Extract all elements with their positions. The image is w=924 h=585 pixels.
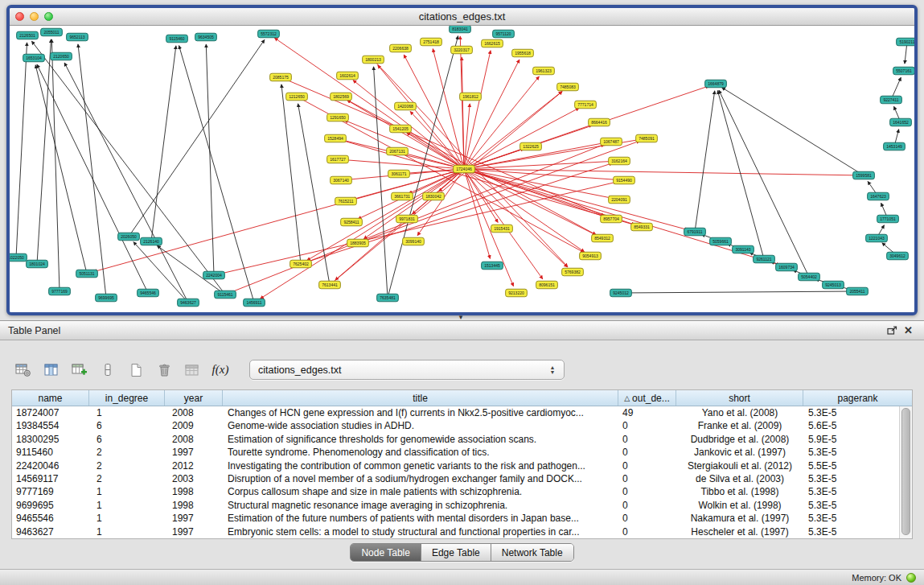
network-node[interactable]: 1541205 (390, 125, 412, 133)
network-node[interactable]: 9054913 (580, 252, 602, 260)
network-node[interactable]: 1609734 (776, 263, 798, 271)
network-node[interactable]: 9465546 (138, 289, 159, 297)
column-header-out-degree[interactable]: △ out_de... (618, 390, 676, 406)
network-node[interactable]: 1420068 (395, 102, 417, 110)
network-node[interactable]: 9154490 (614, 176, 635, 184)
network-node[interactable]: 8549312 (592, 234, 614, 242)
network-node[interactable]: 7625402 (290, 260, 312, 268)
network-node[interactable]: 2067131 (387, 147, 409, 155)
network-node[interactable]: 1830042 (423, 192, 445, 200)
network-node[interactable]: 1647623 (868, 192, 889, 200)
column-header-name[interactable]: name (12, 390, 89, 406)
network-node[interactable]: 9699695 (96, 294, 117, 302)
network-node[interactable]: 2126501 (17, 31, 39, 39)
table-row[interactable]: 9465546 1 1997 Estimation of the future … (12, 512, 912, 525)
network-node[interactable]: 9245012 (610, 289, 632, 297)
close-button[interactable] (15, 12, 24, 21)
network-node[interactable]: 1801024 (27, 260, 48, 268)
network-node[interactable]: 5507161 (893, 67, 914, 75)
network-node[interactable]: 3220317 (451, 46, 473, 54)
column-header-year[interactable]: year (165, 390, 223, 406)
network-node[interactable]: 8183041 (450, 26, 471, 33)
network-node[interactable]: 1662615 (482, 39, 503, 47)
network-node[interactable]: 3661731 (392, 192, 413, 200)
network-node[interactable]: 3099140 (403, 237, 425, 245)
table-scrollbar[interactable] (899, 406, 912, 538)
network-node[interactable]: 5051131 (76, 270, 98, 278)
table-row[interactable]: 9777169 1 1998 Corpus callosum shape and… (12, 485, 912, 498)
network-node[interactable]: 2751418 (421, 38, 442, 46)
network-node[interactable]: 1771051 (877, 215, 899, 223)
show-columns-button[interactable] (41, 360, 62, 380)
create-column-button[interactable] (69, 360, 90, 380)
network-node[interactable]: 7485083 (557, 83, 579, 91)
network-node[interactable]: 2055011 (41, 28, 63, 36)
network-node[interactable]: 1802569 (331, 93, 352, 101)
network-node[interactable]: 1067487 (601, 138, 622, 146)
network-node[interactable]: 1322625 (520, 142, 542, 150)
network-node[interactable]: 1800213 (363, 56, 384, 64)
table-row[interactable]: 9699695 1 1998 Structural magnetic reson… (12, 499, 912, 512)
close-panel-button[interactable]: ✕ (901, 325, 916, 336)
network-node[interactable]: 3162164 (609, 157, 630, 165)
network-node[interactable]: 8549331 (631, 223, 653, 231)
network-node[interactable]: 1653104 (23, 54, 45, 62)
network-node[interactable]: 7615211 (335, 197, 357, 205)
network-node[interactable]: 1291650 (327, 113, 349, 122)
network-canvas[interactable]: 1724046160261418025691291650152849416177… (10, 26, 914, 312)
network-node[interactable]: 2085175 (270, 73, 292, 81)
network-node[interactable]: 1602614 (337, 72, 359, 80)
network-node[interactable]: 1617727 (327, 155, 349, 163)
network-node[interactable]: 1212650 (286, 93, 308, 101)
network-node[interactable]: 5059661 (710, 237, 732, 245)
network-node[interactable]: 9258411 (341, 218, 363, 226)
network-node[interactable]: 1513445 (482, 262, 503, 270)
network-node[interactable]: 1022050 (10, 253, 27, 262)
network-node[interactable]: 2120650 (51, 52, 72, 60)
network-node[interactable]: 9634505 (195, 33, 217, 41)
network-node[interactable]: 2242004 (203, 271, 225, 279)
network-node[interactable]: 1453149 (884, 142, 906, 150)
network-window-titlebar[interactable]: citations_edges.txt (10, 8, 914, 26)
network-node[interactable]: 3091143 (733, 245, 754, 253)
new-file-button[interactable] (125, 360, 146, 380)
network-node[interactable]: 7613441 (319, 281, 341, 289)
network-node[interactable]: 3061171 (388, 170, 410, 178)
network-node[interactable]: 9261121 (754, 255, 775, 263)
table-selector[interactable]: citations_edges.txt ▲▼ (249, 360, 565, 380)
network-node[interactable]: 1955618 (512, 49, 534, 57)
network-node[interactable]: 1724046 (454, 165, 475, 173)
network-node[interactable]: 9571120 (493, 30, 515, 38)
table-row[interactable]: 18300295 6 2008 Estimation of significan… (12, 433, 912, 446)
network-node[interactable]: 9777169 (49, 287, 71, 295)
column-header-in-degree[interactable]: in_degree (89, 390, 165, 406)
delete-table-button[interactable] (154, 360, 175, 380)
network-node[interactable]: 2206638 (390, 44, 412, 52)
table-row[interactable]: 18724007 1 2008 Changes of HCN gene expr… (12, 406, 912, 419)
zoom-button[interactable] (44, 12, 53, 21)
table-row[interactable]: 9115460 2 1997 Tourette syndrome. Phenom… (12, 446, 912, 459)
network-node[interactable]: 2026050 (118, 233, 140, 241)
network-node[interactable]: 9115461 (215, 290, 236, 299)
network-node[interactable]: 2126140 (141, 237, 162, 245)
memory-status-indicator[interactable] (906, 573, 916, 583)
table-options-button[interactable] (13, 360, 34, 380)
network-node[interactable]: 1528494 (325, 134, 347, 142)
float-panel-button[interactable] (884, 326, 901, 335)
network-node[interactable]: 3067140 (331, 176, 352, 184)
network-node[interactable]: 1221043 (866, 234, 888, 242)
tab-node-table[interactable]: Node Table (351, 544, 421, 561)
table-row[interactable]: 19384554 6 2009 Genome-wide association … (12, 419, 912, 432)
network-node[interactable]: 5190211 (897, 38, 914, 46)
scrollbar-thumb[interactable] (901, 408, 910, 535)
function-builder-button[interactable]: f(x) (210, 360, 231, 380)
network-node[interactable]: 6791911 (684, 228, 706, 236)
delete-column-button[interactable] (97, 360, 118, 380)
network-node[interactable]: 1664879 (705, 80, 727, 88)
network-node[interactable]: 1641652 (890, 118, 912, 126)
network-node[interactable]: 7771714 (575, 101, 597, 109)
network-node[interactable]: 5769382 (562, 268, 584, 276)
network-node[interactable]: 7485091 (636, 134, 658, 142)
network-node[interactable]: 9115460 (166, 35, 188, 43)
column-header-short[interactable]: short (676, 390, 803, 406)
